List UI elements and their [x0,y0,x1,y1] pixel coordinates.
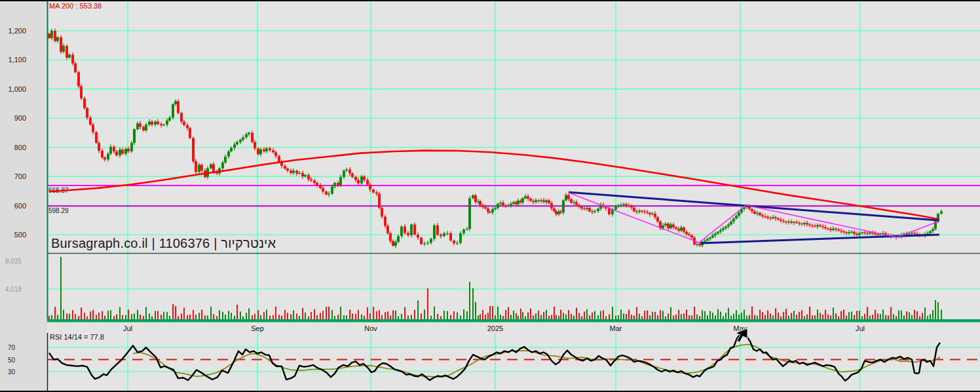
volume-bar [649,315,650,319]
volume-bar [331,310,333,319]
volume-bar [328,307,330,319]
volume-bar [66,313,67,319]
volume-bar [909,312,910,319]
volume-bar [759,310,761,319]
volume-bar [349,309,350,319]
y-tick-label: 800 [14,144,26,151]
volume-bar [248,308,250,319]
volume-bar [322,311,324,319]
volume-bar [149,313,150,319]
volume-bar [466,311,468,319]
volume-bar [872,315,873,319]
volume-bar [859,311,860,319]
volume-bar [293,310,294,319]
volume-bar [605,316,607,319]
volume-bar [785,309,787,319]
volume-bar [822,315,823,319]
volume-bar [198,313,200,319]
volume-bar [134,313,135,319]
volume-bar [305,313,306,319]
volume-bar [475,302,476,319]
volume-bar [728,308,729,319]
volume-bar [450,315,451,319]
candle [133,128,136,146]
volume-bar [578,313,580,319]
volume-bar [623,313,624,319]
volume-bar [820,313,821,319]
volume-bar [143,316,144,319]
volume-bar [189,315,191,319]
volume-bar [373,307,374,319]
volume-bar [437,314,438,319]
volume-bar [854,315,855,319]
volume-bar [563,313,564,319]
volume-bar [424,309,425,319]
volume-bar [717,309,719,319]
volume-bar [647,310,648,319]
volume-bar [513,311,514,319]
volume-bar [78,316,79,319]
volume-bar [516,313,517,319]
volume-bar [296,313,297,319]
volume-bar [204,315,206,319]
volume-bar [935,300,936,319]
volume-bar [60,257,62,319]
volume-bar [240,311,241,319]
volume-bar [430,316,432,319]
volume-bar [702,310,703,319]
volume-bar [273,315,274,319]
volume-bar [641,316,643,319]
volume-bar [799,312,800,319]
candle [257,147,259,155]
volume-bar [520,309,521,319]
volume-bar [48,316,50,319]
volume-bar [266,309,267,319]
volume-tick-label: 8,035 [5,258,22,265]
volume-bar [895,316,897,319]
volume-bar [631,315,632,319]
volume-bar [636,307,637,319]
volume-bar [888,315,889,319]
volume-bar [175,306,176,319]
chart-canvas[interactable]: 668.87598.291,2001,1001,0009008007006005… [0,0,980,392]
volume-bar [738,315,740,319]
volume-bar [314,309,315,319]
volume-bar [615,315,616,319]
y-tick-label: 700 [14,172,26,180]
volume-bar [257,310,259,319]
volume-bar [320,313,321,319]
x-tick-label: Jul [123,324,132,332]
volume-bar [84,313,85,319]
volume-bar [660,310,661,319]
volume-bar [379,310,380,319]
volume-bar [281,316,282,319]
volume-bar [875,309,876,319]
volume-bar [772,315,774,319]
rsi-axis-labels: 705030 [8,344,16,376]
volume-bar [628,309,630,319]
volume-bar [551,315,552,319]
volume-bar [463,309,464,319]
volume-bar [930,314,931,319]
candle [420,237,423,245]
volume-bar [275,307,276,319]
volume-bar [791,313,792,319]
volume-bar [757,316,758,319]
volume-bar [825,310,826,319]
rsi-tick-label: 70 [8,344,16,351]
volume-bar [673,316,674,319]
volume-bar [675,315,677,319]
volume-bar [885,315,886,319]
volume-bar [715,315,716,319]
volume-bar [472,288,474,319]
volume-bar [741,313,742,319]
volume-bar [812,315,813,319]
volume-bar [838,316,839,319]
volume-bar [308,317,309,319]
volume-bar [166,312,168,319]
volume-bar [806,315,808,319]
volume-bar [140,315,141,319]
volume-bar [565,315,567,319]
volume-bar [548,316,550,319]
volume-bar [390,315,391,319]
